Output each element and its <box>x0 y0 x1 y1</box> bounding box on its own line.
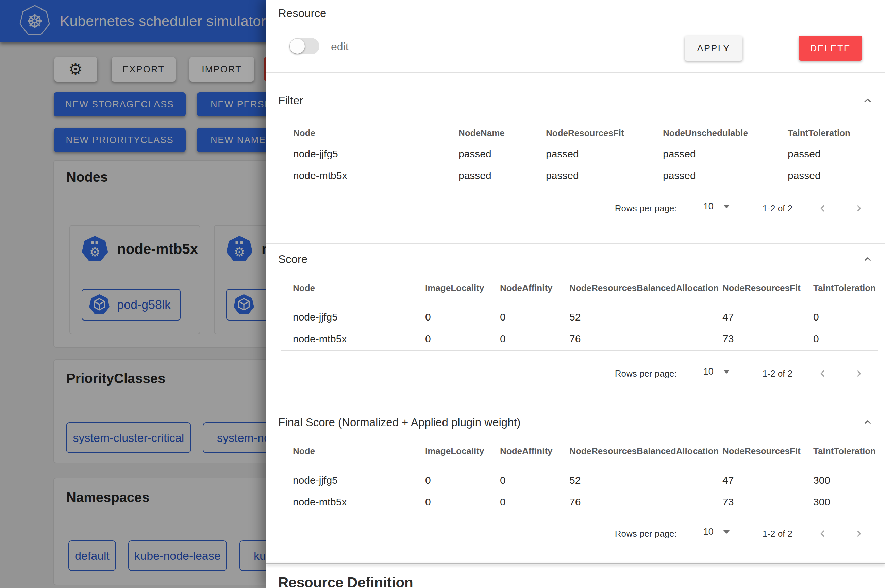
resource-drawer: Resource edit APPLY DELETE Filter Node N… <box>266 0 885 588</box>
col-nodeunschedulable: NodeUnschedulable <box>663 128 788 138</box>
drawer-title: Resource <box>278 7 326 20</box>
table-row: node-mtb5x 0 0 76 73 0 <box>281 328 878 349</box>
filter-section-title: Filter <box>278 94 303 107</box>
apply-button[interactable]: APPLY <box>685 36 742 61</box>
previous-page-button[interactable] <box>817 368 829 379</box>
edit-toggle[interactable] <box>290 38 319 54</box>
table-row: node-jjfg5 0 0 52 47 0 <box>281 307 878 327</box>
next-page-button[interactable] <box>853 368 865 379</box>
delete-button[interactable]: DELETE <box>799 36 862 61</box>
divider <box>281 306 878 306</box>
divider <box>281 469 878 470</box>
final-score-pagination: Rows per page: 10 1-2 of 2 <box>615 524 865 543</box>
rows-per-page-label: Rows per page: <box>615 203 677 214</box>
rows-per-page-select[interactable]: 10 <box>701 200 733 217</box>
divider <box>266 406 885 407</box>
screen: ☸ Kubernetes scheduler simulator ⚙ EXPOR… <box>0 0 885 588</box>
divider <box>281 165 878 165</box>
rows-per-page-label: Rows per page: <box>615 528 677 539</box>
divider <box>281 350 878 351</box>
rows-per-page-select[interactable]: 10 <box>701 525 733 543</box>
filter-table-header: Node NodeName NodeResourcesFit NodeUnsch… <box>281 123 878 143</box>
divider <box>281 187 878 187</box>
caret-down-icon <box>723 530 730 534</box>
col-nodename: NodeName <box>458 128 546 138</box>
filter-pagination: Rows per page: 10 1-2 of 2 <box>615 199 865 218</box>
next-page-button[interactable] <box>853 202 865 214</box>
divider <box>281 143 878 143</box>
page-range: 1-2 of 2 <box>763 203 792 214</box>
divider <box>281 491 878 491</box>
final-score-section-title: Final Score (Normalized + Applied plugin… <box>278 416 521 429</box>
chevron-up-icon[interactable] <box>862 417 873 428</box>
next-page-button[interactable] <box>853 528 865 539</box>
rows-per-page-select[interactable]: 10 <box>701 365 733 382</box>
divider <box>281 328 878 328</box>
score-table-header: Node ImageLocality NodeAffinity NodeReso… <box>281 278 878 298</box>
col-noderesourcesfit: NodeResourcesFit <box>546 128 663 138</box>
previous-page-button[interactable] <box>817 202 829 214</box>
divider <box>266 243 885 244</box>
toggle-thumb <box>290 39 305 54</box>
edit-toggle-label: edit <box>331 40 349 53</box>
page-range: 1-2 of 2 <box>763 368 792 379</box>
chevron-up-icon[interactable] <box>862 95 873 106</box>
table-row: node-jjfg5 passed passed passed passed <box>281 144 878 164</box>
page-range: 1-2 of 2 <box>763 528 792 539</box>
col-node: Node <box>293 128 458 138</box>
divider <box>266 72 885 73</box>
table-row: node-jjfg5 0 0 52 47 300 <box>281 470 878 490</box>
table-row: node-mtb5x passed passed passed passed <box>281 165 878 186</box>
caret-down-icon <box>723 370 730 374</box>
col-tainttoleration: TaintToleration <box>788 128 878 138</box>
section-divider <box>266 563 885 564</box>
table-row: node-mtb5x 0 0 76 73 300 <box>281 492 878 512</box>
score-pagination: Rows per page: 10 1-2 of 2 <box>615 364 865 383</box>
rows-per-page-label: Rows per page: <box>615 368 677 379</box>
final-score-table-header: Node ImageLocality NodeAffinity NodeReso… <box>281 441 878 461</box>
resource-definition-title: Resource Definition <box>278 574 413 588</box>
caret-down-icon <box>723 205 730 208</box>
score-section-title: Score <box>278 253 308 266</box>
chevron-up-icon[interactable] <box>862 254 873 265</box>
previous-page-button[interactable] <box>817 528 829 539</box>
